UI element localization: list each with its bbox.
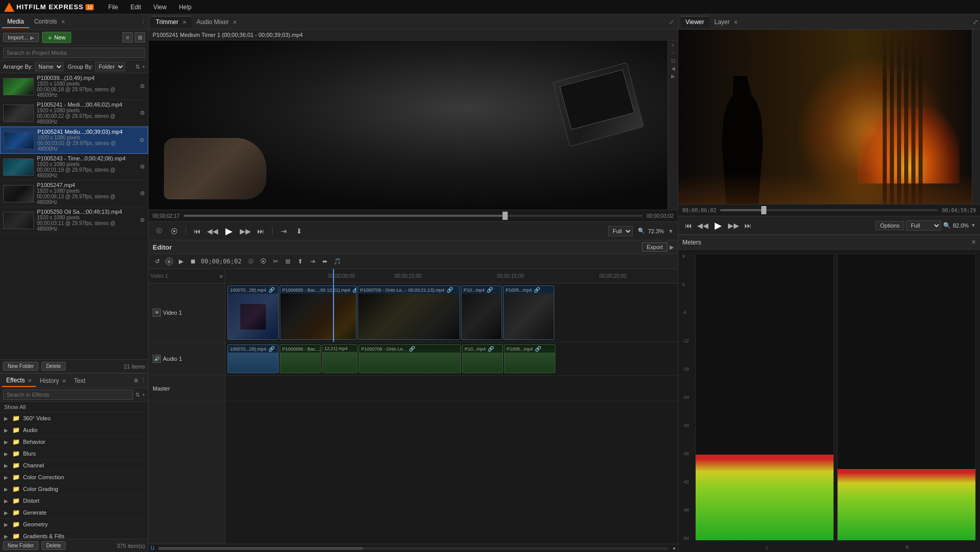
media-item[interactable]: P1005250 Oil Sa...;00;49;13).mp4 1920 x … [0,207,148,234]
editor-mark-in[interactable]: ⦾ [245,256,257,267]
effects-new-folder-button[interactable]: New Folder [3,541,38,550]
editor-ripple[interactable]: ⇥ [307,256,318,267]
video-clip[interactable]: 100070...28).mp4 🔗 [227,285,279,340]
zoom-select[interactable]: Full [608,226,633,236]
tab-layer-close[interactable]: ✕ [734,19,738,25]
tab-layer[interactable]: Layer ✕ [709,16,742,28]
viewer-quality-select[interactable]: Full Half Quarter [906,220,941,231]
editor-options-btn[interactable]: ▶ [670,244,674,251]
tab-trimmer-close[interactable]: ✕ [182,19,186,25]
effects-search-input[interactable] [3,390,133,400]
trimmer-expand-btn[interactable]: ⤢ [669,19,674,25]
zoom-arrow[interactable]: ▼ [668,228,674,234]
audio-clip[interactable]: 12;21).mp4 [322,344,358,373]
viewer-progress-bar[interactable] [720,209,938,211]
audio-clip[interactable]: P1000709 - Onto Le... 🔗 [359,344,461,373]
list-view-btn[interactable]: ≡ [122,32,133,43]
group-select[interactable]: Folder [95,62,125,71]
prev-frame-btn[interactable]: ◀◀ [206,225,219,237]
menu-help[interactable]: Help [177,3,194,12]
timeline-zoom-dot[interactable]: ● [673,545,676,551]
effects-sort-btn[interactable]: ⇅ [135,392,140,398]
viewer-playhead[interactable] [761,206,766,214]
tab-text[interactable]: Text [70,375,90,386]
play-btn[interactable]: ▶ [222,224,236,238]
effects-category-geometry[interactable]: ▶ 📁 Geometry [0,519,148,530]
menu-file[interactable]: File [106,3,120,12]
grid-view-btn[interactable]: ⊞ [135,32,145,43]
fit-btn[interactable]: ⊡ [671,58,675,64]
tab-media[interactable]: Media [2,16,29,28]
viewer-skip-start-btn[interactable]: ⏮ [682,219,695,232]
media-item[interactable]: P1005243 - Time...0;00;42;08).mp4 1920 x… [0,154,148,180]
timeline-progress-bar[interactable] [184,215,642,217]
video-clip[interactable]: P1000695 - Bac...;00 12;21).mp4 🔗 [280,285,357,340]
viewer-zoom-arrow[interactable]: ▼ [971,222,976,228]
effects-category-distort[interactable]: ▶ 📁 Distort [0,495,148,507]
tab-history[interactable]: History ✕ [36,375,70,386]
effects-delete-button[interactable]: Delete [41,541,66,550]
effects-category-channel[interactable]: ▶ 📁 Channel [0,460,148,472]
timeline-scrollbar[interactable] [158,547,669,550]
tab-audio-mixer[interactable]: Audio Mixer ✕ [192,16,242,28]
viewer-play-btn[interactable]: ▶ [711,218,725,233]
import-button[interactable]: Import... ▶ [3,33,39,42]
media-settings-icon[interactable]: ⚙ [140,83,145,90]
effects-category-audio[interactable]: ▶ 📁 Audio [0,424,148,436]
audio-mute-btn[interactable]: 🔊 [153,355,161,363]
media-settings-icon[interactable]: ⚙ [140,110,145,116]
media-settings-icon[interactable]: ⚙ [140,190,145,197]
media-settings-icon[interactable]: ⚙ [140,163,145,170]
tab-controls-close[interactable]: ✕ [61,19,65,25]
mark-out-btn[interactable]: ⦿ [168,225,180,237]
effects-menu-btn[interactable]: ⋮ [140,377,146,384]
editor-play-btn[interactable]: ▶ [175,256,186,267]
skip-start-btn[interactable]: ⏮ [191,225,203,237]
timeline-playhead[interactable] [503,212,508,220]
editor-stop-btn[interactable]: ⏹ [187,256,199,267]
editor-tool-btn[interactable]: ↺ [152,256,163,267]
tab-trimmer[interactable]: Trimmer ✕ [151,16,192,28]
editor-transition[interactable]: ⬌ [319,256,330,267]
audio-clip[interactable]: P1005...mp4 🔗 [504,344,555,373]
media-item[interactable]: P100039...(10,49).mp4 1920 x 1080 pixels… [0,73,148,100]
editor-audio-sync[interactable]: 🎵 [331,256,343,267]
viewer-next-frame-btn[interactable]: ▶▶ [727,219,740,232]
viewer-prev-frame-btn[interactable]: ◀◀ [697,219,709,232]
effects-category-360[interactable]: ▶ 📁 360° Video [0,413,148,424]
media-item[interactable]: P1005247.mp4 1920 x 1080 pixels 00;00;06… [0,180,148,207]
new-button[interactable]: ● New [42,32,71,43]
insert-btn[interactable]: ⇥ [278,225,290,237]
effects-category-gradients[interactable]: ▶ 📁 Gradients & Fills [0,530,148,539]
add-sort-btn[interactable]: + [142,64,145,70]
tab-effects-close[interactable]: ✕ [28,378,32,383]
timeline-playhead[interactable] [333,269,334,283]
media-settings-icon[interactable]: ⚙ [139,137,144,144]
effects-category-behavior[interactable]: ▶ 📁 Behavior [0,436,148,448]
editor-mark-out[interactable]: ⦿ [258,256,269,267]
effects-category-color-grading[interactable]: ▶ 📁 Color Grading [0,483,148,495]
media-item[interactable]: P1005241 - Medi...;00;46;02).mp4 1920 x … [0,100,148,127]
viewer-skip-end-btn[interactable]: ⏭ [742,219,754,232]
audio-clip[interactable]: P1000695 - Bac...;00 🔗 [280,344,321,373]
tab-viewer[interactable]: Viewer [680,16,709,28]
new-folder-button[interactable]: New Folder [3,362,38,371]
next-frame-btn[interactable]: ▶▶ [239,225,252,237]
export-button[interactable]: Export [642,242,668,252]
overwrite-btn[interactable]: ⬇ [293,225,305,237]
zoom-out-btn[interactable]: − [672,50,675,56]
tab-audio-mixer-close[interactable]: ✕ [233,19,237,25]
panel-menu-btn[interactable]: ⋮ [140,18,146,25]
side-arrow-up[interactable]: ◀ [671,66,675,71]
effects-add-sort-btn[interactable]: + [142,392,145,398]
sort-btn[interactable]: ⇅ [135,64,140,70]
editor-lift[interactable]: ⬆ [295,256,306,267]
zoom-in-btn[interactable]: + [672,43,675,48]
editor-split[interactable]: ⊞ [282,256,294,267]
viewer-expand-btn[interactable]: ⤢ [973,18,978,26]
meters-close-btn[interactable]: ✕ [971,239,976,246]
audio-clip[interactable]: 100070...28).mp4 🔗 [227,344,279,373]
tab-controls[interactable]: Controls ✕ [29,16,70,28]
snap-btn[interactable]: ● [165,257,173,265]
editor-cut[interactable]: ✂ [270,256,281,267]
